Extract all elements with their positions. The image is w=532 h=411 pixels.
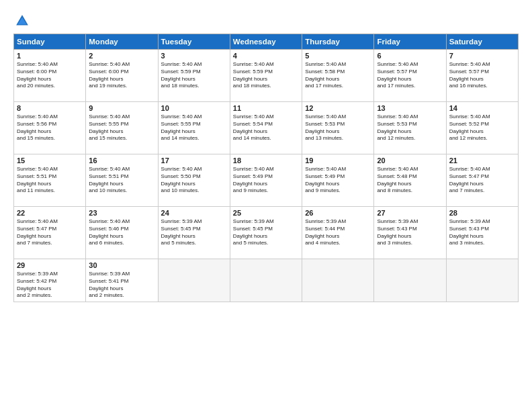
calendar-cell: 28Sunrise: 5:39 AMSunset: 5:43 PMDayligh…	[446, 207, 518, 259]
calendar-cell: 10Sunrise: 5:40 AMSunset: 5:55 PMDayligh…	[158, 102, 230, 154]
col-header-thursday: Thursday	[302, 34, 374, 50]
calendar-cell: 1Sunrise: 5:40 AMSunset: 6:00 PMDaylight…	[14, 50, 86, 102]
calendar-cell	[374, 259, 446, 302]
calendar-cell: 20Sunrise: 5:40 AMSunset: 5:48 PMDayligh…	[374, 154, 446, 207]
calendar-cell: 2Sunrise: 5:40 AMSunset: 6:00 PMDaylight…	[86, 50, 158, 102]
cell-content: Sunrise: 5:40 AMSunset: 5:51 PMDaylight …	[89, 166, 154, 195]
calendar-cell	[230, 259, 302, 302]
day-number: 22	[17, 209, 83, 217]
day-number: 30	[89, 261, 154, 269]
col-header-sunday: Sunday	[14, 34, 86, 50]
cell-content: Sunrise: 5:40 AMSunset: 5:55 PMDaylight …	[161, 113, 227, 142]
day-number: 4	[233, 52, 299, 60]
calendar-cell: 16Sunrise: 5:40 AMSunset: 5:51 PMDayligh…	[86, 154, 158, 207]
cell-content: Sunrise: 5:40 AMSunset: 6:00 PMDaylight …	[89, 61, 154, 90]
calendar-cell: 4Sunrise: 5:40 AMSunset: 5:59 PMDaylight…	[230, 50, 302, 102]
day-number: 12	[305, 104, 371, 112]
calendar-cell: 3Sunrise: 5:40 AMSunset: 5:59 PMDaylight…	[158, 50, 230, 102]
cell-content: Sunrise: 5:40 AMSunset: 5:50 PMDaylight …	[161, 166, 227, 195]
day-number: 25	[233, 209, 299, 217]
cell-content: Sunrise: 5:40 AMSunset: 5:59 PMDaylight …	[233, 61, 299, 90]
calendar-cell: 13Sunrise: 5:40 AMSunset: 5:53 PMDayligh…	[374, 102, 446, 154]
cell-content: Sunrise: 5:40 AMSunset: 5:56 PMDaylight …	[17, 113, 83, 142]
cell-content: Sunrise: 5:40 AMSunset: 5:53 PMDaylight …	[377, 113, 443, 142]
calendar-cell: 15Sunrise: 5:40 AMSunset: 5:51 PMDayligh…	[14, 154, 86, 207]
cell-content: Sunrise: 5:39 AMSunset: 5:43 PMDaylight …	[377, 218, 443, 247]
day-number: 24	[161, 209, 227, 217]
cell-content: Sunrise: 5:40 AMSunset: 5:58 PMDaylight …	[305, 61, 371, 90]
calendar-cell: 6Sunrise: 5:40 AMSunset: 5:57 PMDaylight…	[374, 50, 446, 102]
cell-content: Sunrise: 5:39 AMSunset: 5:44 PMDaylight …	[305, 218, 371, 247]
cell-content: Sunrise: 5:39 AMSunset: 5:45 PMDaylight …	[233, 218, 299, 247]
cell-content: Sunrise: 5:39 AMSunset: 5:43 PMDaylight …	[449, 218, 515, 247]
day-number: 23	[89, 209, 154, 217]
day-number: 9	[89, 104, 154, 112]
cell-content: Sunrise: 5:40 AMSunset: 5:59 PMDaylight …	[161, 61, 227, 90]
calendar-cell	[446, 259, 518, 302]
day-number: 16	[89, 156, 154, 165]
day-number: 20	[377, 156, 443, 165]
day-number: 3	[161, 52, 227, 60]
week-row-4: 22Sunrise: 5:40 AMSunset: 5:47 PMDayligh…	[14, 207, 519, 259]
day-number: 13	[377, 104, 443, 112]
day-number: 21	[449, 156, 515, 165]
day-number: 19	[305, 156, 371, 165]
cell-content: Sunrise: 5:40 AMSunset: 5:57 PMDaylight …	[449, 61, 515, 90]
day-number: 18	[233, 156, 299, 165]
calendar-cell: 7Sunrise: 5:40 AMSunset: 5:57 PMDaylight…	[446, 50, 518, 102]
day-number: 5	[305, 52, 371, 60]
calendar-cell	[158, 259, 230, 302]
calendar-cell: 22Sunrise: 5:40 AMSunset: 5:47 PMDayligh…	[14, 207, 86, 259]
cell-content: Sunrise: 5:39 AMSunset: 5:41 PMDaylight …	[89, 271, 154, 300]
day-number: 2	[89, 52, 154, 60]
calendar-cell: 14Sunrise: 5:40 AMSunset: 5:52 PMDayligh…	[446, 102, 518, 154]
day-number: 8	[17, 104, 83, 112]
calendar-cell: 18Sunrise: 5:40 AMSunset: 5:49 PMDayligh…	[230, 154, 302, 207]
calendar-cell: 29Sunrise: 5:39 AMSunset: 5:42 PMDayligh…	[14, 259, 86, 302]
calendar-cell: 9Sunrise: 5:40 AMSunset: 5:55 PMDaylight…	[86, 102, 158, 154]
day-number: 28	[449, 209, 515, 217]
col-header-wednesday: Wednesday	[230, 34, 302, 50]
general-blue-icon	[15, 13, 30, 28]
cell-content: Sunrise: 5:39 AMSunset: 5:42 PMDaylight …	[17, 271, 83, 300]
cell-content: Sunrise: 5:40 AMSunset: 5:55 PMDaylight …	[89, 113, 154, 142]
cell-content: Sunrise: 5:40 AMSunset: 5:49 PMDaylight …	[233, 166, 299, 195]
calendar-cell: 25Sunrise: 5:39 AMSunset: 5:45 PMDayligh…	[230, 207, 302, 259]
calendar-cell: 26Sunrise: 5:39 AMSunset: 5:44 PMDayligh…	[302, 207, 374, 259]
day-number: 17	[161, 156, 227, 165]
week-row-2: 8Sunrise: 5:40 AMSunset: 5:56 PMDaylight…	[14, 102, 519, 154]
calendar-cell: 8Sunrise: 5:40 AMSunset: 5:56 PMDaylight…	[14, 102, 86, 154]
cell-content: Sunrise: 5:40 AMSunset: 6:00 PMDaylight …	[17, 61, 83, 90]
day-number: 1	[17, 52, 83, 60]
cell-content: Sunrise: 5:40 AMSunset: 5:47 PMDaylight …	[17, 218, 83, 247]
calendar-cell: 12Sunrise: 5:40 AMSunset: 5:53 PMDayligh…	[302, 102, 374, 154]
calendar-cell: 30Sunrise: 5:39 AMSunset: 5:41 PMDayligh…	[86, 259, 158, 302]
header	[13, 12, 519, 28]
calendar-cell: 11Sunrise: 5:40 AMSunset: 5:54 PMDayligh…	[230, 102, 302, 154]
cell-content: Sunrise: 5:40 AMSunset: 5:47 PMDaylight …	[449, 166, 515, 195]
col-header-saturday: Saturday	[446, 34, 518, 50]
calendar-cell: 24Sunrise: 5:39 AMSunset: 5:45 PMDayligh…	[158, 207, 230, 259]
calendar-table: SundayMondayTuesdayWednesdayThursdayFrid…	[13, 34, 519, 302]
week-row-5: 29Sunrise: 5:39 AMSunset: 5:42 PMDayligh…	[14, 259, 519, 302]
day-number: 11	[233, 104, 299, 112]
cell-content: Sunrise: 5:40 AMSunset: 5:53 PMDaylight …	[305, 113, 371, 142]
cell-content: Sunrise: 5:40 AMSunset: 5:49 PMDaylight …	[305, 166, 371, 195]
week-row-3: 15Sunrise: 5:40 AMSunset: 5:51 PMDayligh…	[14, 154, 519, 207]
week-row-1: 1Sunrise: 5:40 AMSunset: 6:00 PMDaylight…	[14, 50, 519, 102]
day-number: 15	[17, 156, 83, 165]
day-number: 26	[305, 209, 371, 217]
logo	[13, 15, 30, 28]
day-number: 6	[377, 52, 443, 60]
page: SundayMondayTuesdayWednesdayThursdayFrid…	[0, 0, 532, 411]
calendar-cell: 27Sunrise: 5:39 AMSunset: 5:43 PMDayligh…	[374, 207, 446, 259]
calendar-cell	[302, 259, 374, 302]
cell-content: Sunrise: 5:40 AMSunset: 5:48 PMDaylight …	[377, 166, 443, 195]
header-row: SundayMondayTuesdayWednesdayThursdayFrid…	[14, 34, 519, 50]
cell-content: Sunrise: 5:40 AMSunset: 5:52 PMDaylight …	[449, 113, 515, 142]
calendar-cell: 21Sunrise: 5:40 AMSunset: 5:47 PMDayligh…	[446, 154, 518, 207]
day-number: 10	[161, 104, 227, 112]
day-number: 7	[449, 52, 515, 60]
calendar-cell: 19Sunrise: 5:40 AMSunset: 5:49 PMDayligh…	[302, 154, 374, 207]
cell-content: Sunrise: 5:40 AMSunset: 5:54 PMDaylight …	[233, 113, 299, 142]
